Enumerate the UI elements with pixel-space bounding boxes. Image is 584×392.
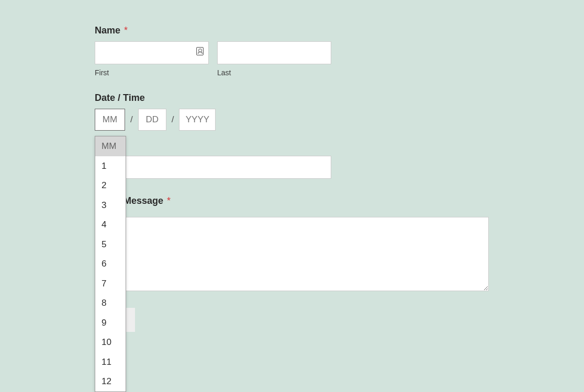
first-name-col: First (95, 41, 209, 77)
dropdown-option[interactable]: 6 (95, 254, 126, 274)
obscured-input[interactable] (95, 156, 331, 179)
date-separator-2: / (171, 114, 175, 125)
name-row: First Last (95, 41, 584, 77)
dropdown-option[interactable]: 2 (95, 176, 126, 195)
name-label-text: Name (95, 25, 120, 36)
required-asterisk: * (124, 25, 128, 36)
dropdown-option[interactable]: 12 (95, 372, 126, 391)
dropdown-option[interactable]: 4 (95, 215, 126, 235)
dropdown-option[interactable]: 3 (95, 195, 126, 215)
datetime-section: Date / Time / / (95, 93, 584, 131)
last-sublabel: Last (217, 68, 331, 77)
month-dropdown[interactable]: MM 1 2 3 4 5 6 7 8 9 10 11 12 (95, 136, 126, 392)
dropdown-header[interactable]: MM (95, 136, 126, 156)
first-sublabel: First (95, 68, 209, 77)
day-input[interactable] (138, 109, 166, 131)
dropdown-option[interactable]: 10 (95, 332, 126, 352)
contacts-icon[interactable] (196, 47, 204, 55)
year-input[interactable] (179, 109, 216, 131)
date-separator-1: / (129, 114, 134, 125)
date-row: / / (95, 109, 584, 131)
dropdown-option[interactable]: 7 (95, 274, 126, 294)
required-asterisk-2: * (167, 195, 171, 206)
dropdown-option[interactable]: 5 (95, 235, 126, 255)
last-name-input[interactable] (217, 41, 331, 64)
dropdown-option[interactable]: 11 (95, 352, 126, 372)
comment-textarea[interactable] (95, 217, 489, 291)
first-name-input[interactable] (95, 41, 209, 64)
last-name-col: Last (217, 41, 331, 77)
dropdown-option[interactable]: 8 (95, 293, 126, 313)
comment-label: ent or Message * (95, 195, 584, 206)
comment-section: ent or Message * (95, 195, 584, 293)
month-input[interactable] (95, 109, 125, 131)
name-label: Name * (95, 25, 584, 36)
dropdown-option[interactable]: 9 (95, 313, 126, 333)
datetime-label: Date / Time (95, 93, 584, 103)
dropdown-option[interactable]: 1 (95, 156, 126, 176)
